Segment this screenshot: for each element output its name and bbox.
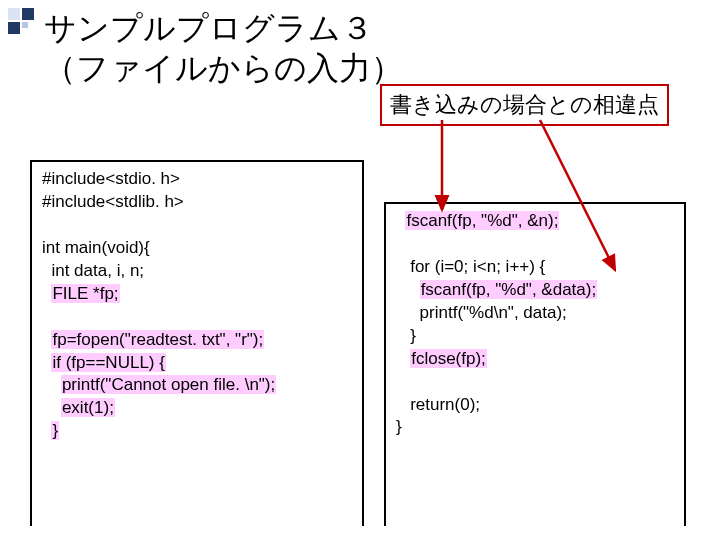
code-highlight: } (51, 421, 59, 440)
code-line: int data, i, n; (42, 261, 144, 280)
note-text: 書き込みの場合との相違点 (390, 92, 659, 117)
code-indent (396, 280, 420, 299)
code-highlight: fclose(fp); (410, 349, 487, 368)
code-line: printf("%d\n", data); (396, 303, 567, 322)
note-box: 書き込みの場合との相違点 (380, 84, 669, 126)
title-line2: （ファイルからの入力） (44, 50, 403, 86)
code-indent (42, 375, 61, 394)
code-column-left: #include<stdio. h> #include<stdlib. h> i… (30, 160, 364, 526)
title-bullet-icon (8, 8, 36, 36)
code-highlight: if (fp==NULL) { (51, 353, 165, 372)
code-indent (42, 398, 61, 417)
code-highlight: exit(1); (61, 398, 115, 417)
code-highlight: printf("Cannot open file. \n"); (61, 375, 276, 394)
code-line: } (396, 326, 416, 345)
code-line: for (i=0; i<n; i++) { (396, 257, 545, 276)
code-highlight: fscanf(fp, "%d", &n); (405, 211, 559, 230)
slide-title: サンプルプログラム３ （ファイルからの入力） (44, 8, 403, 88)
code-line: #include<stdio. h> (42, 169, 180, 188)
code-highlight: fp=fopen("readtest. txt", "r"); (51, 330, 264, 349)
code-highlight: FILE *fp; (51, 284, 119, 303)
code-line: return(0); (396, 395, 480, 414)
code-line: } (396, 417, 402, 436)
code-line: int main(void){ (42, 238, 150, 257)
code-column-right: fscanf(fp, "%d", &n); for (i=0; i<n; i++… (384, 202, 686, 526)
title-line1: サンプルプログラム３ (44, 10, 373, 46)
code-line: #include<stdlib. h> (42, 192, 184, 211)
code-highlight: fscanf(fp, "%d", &data); (420, 280, 598, 299)
code-indent (396, 349, 410, 368)
